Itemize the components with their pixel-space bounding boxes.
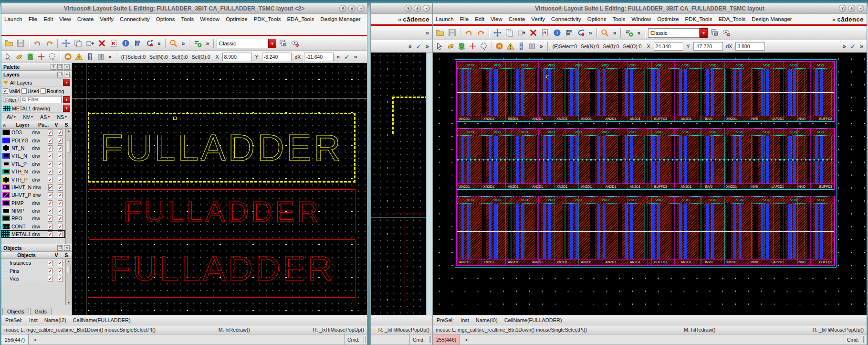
menu-item[interactable]: PDK_Tools bbox=[254, 16, 281, 22]
menu-item[interactable]: Optimize bbox=[657, 16, 679, 22]
close-icon[interactable]: × bbox=[64, 72, 70, 77]
close-icon[interactable]: × bbox=[357, 5, 365, 12]
rotate-icon[interactable] bbox=[575, 28, 586, 38]
right-titlebar[interactable]: Virtuoso® Layout Suite L Editing: FULLAD… bbox=[433, 3, 867, 14]
menu-item[interactable]: Verify bbox=[531, 16, 545, 22]
warning-icon[interactable] bbox=[505, 42, 515, 51]
columns-icon[interactable] bbox=[527, 42, 537, 51]
chevron-down-icon[interactable]: ▾ bbox=[31, 115, 33, 119]
filter-searchbox[interactable] bbox=[20, 96, 62, 103]
open-icon[interactable] bbox=[435, 28, 445, 38]
float-icon[interactable]: ❐ bbox=[57, 72, 63, 77]
selected-label-bbox[interactable]: FULLADDER bbox=[88, 113, 356, 183]
selectable-checkbox-icon[interactable]: ✔ bbox=[58, 260, 63, 266]
overflow-chevron-icon[interactable]: » bbox=[353, 54, 359, 60]
palette-tab[interactable]: Objects bbox=[2, 308, 29, 315]
save-workspace-icon[interactable] bbox=[278, 38, 288, 49]
selectable-checkbox-icon[interactable]: ✔ bbox=[58, 216, 63, 222]
palette-tab[interactable]: Grids bbox=[30, 308, 52, 315]
close-icon[interactable]: × bbox=[64, 245, 70, 251]
ruler-icon[interactable] bbox=[85, 52, 94, 62]
ruler-icon[interactable] bbox=[516, 42, 526, 51]
menu-item[interactable]: Connectivity bbox=[551, 16, 581, 22]
apply-check-icon[interactable]: ✓ bbox=[343, 53, 351, 61]
selectable-checkbox-icon[interactable]: ✔ bbox=[58, 184, 63, 191]
layout-canvas-left[interactable]: FULLADDER FULLADDER FULLADDER bbox=[72, 63, 367, 315]
hide-toolbars-icon[interactable] bbox=[290, 38, 300, 49]
stop-icon[interactable] bbox=[494, 42, 504, 51]
info-icon[interactable] bbox=[120, 38, 131, 49]
chevron-down-icon[interactable]: ▾ bbox=[268, 39, 276, 48]
menu-item[interactable]: Connectivity bbox=[120, 16, 150, 22]
menu-item[interactable]: Tools bbox=[612, 16, 625, 22]
menu-item[interactable]: Edit bbox=[43, 16, 53, 22]
menu-item[interactable]: EDA_Tools bbox=[287, 16, 314, 22]
validity-check[interactable]: Used bbox=[21, 88, 40, 94]
chevron-down-icon[interactable]: ▾ bbox=[65, 115, 67, 119]
maximize-icon[interactable]: ∧ bbox=[848, 5, 855, 12]
menu-item[interactable]: PDK_Tools bbox=[685, 16, 712, 22]
partial-select-icon[interactable] bbox=[446, 42, 455, 51]
menu-item[interactable]: Options bbox=[587, 16, 607, 22]
properties-icon[interactable] bbox=[108, 38, 119, 49]
resize-grip[interactable] bbox=[364, 336, 366, 343]
layer-row[interactable]: OD3 drw ✔ ✔ bbox=[1, 129, 65, 136]
command-prompt[interactable]: > bbox=[460, 337, 472, 343]
selectable-checkbox-icon[interactable]: ✔ bbox=[58, 138, 63, 144]
overflow-chevron-icon[interactable]: » bbox=[424, 30, 430, 36]
menu-item[interactable]: File bbox=[29, 16, 38, 22]
selectable-checkbox-icon[interactable]: ✔ bbox=[58, 129, 63, 136]
menu-item[interactable]: Verify bbox=[100, 16, 114, 22]
selectable-checkbox-icon[interactable]: ✔ bbox=[58, 200, 63, 206]
help-icon[interactable]: ? bbox=[51, 64, 56, 70]
menu-item[interactable]: Optimize bbox=[226, 16, 247, 22]
layer-row[interactable]: VTH_P drw ✔ ✔ bbox=[1, 175, 65, 183]
visible-checkbox-icon[interactable]: ✔ bbox=[48, 169, 52, 175]
menu-item[interactable]: View bbox=[491, 16, 502, 22]
object-row[interactable]: ···· Vias ✔ ✔ bbox=[1, 275, 65, 282]
undo-icon[interactable] bbox=[463, 28, 474, 38]
partial-select-icon[interactable] bbox=[14, 52, 24, 62]
apply-check-icon[interactable]: ✓ bbox=[415, 43, 423, 50]
col-visible[interactable]: V bbox=[52, 122, 61, 128]
save-icon[interactable] bbox=[15, 38, 26, 49]
layer-row[interactable]: UHVT_P drw ✔ ✔ bbox=[1, 191, 65, 199]
selectable-checkbox-icon[interactable]: ✔ bbox=[58, 268, 63, 274]
minimize-icon[interactable]: ∨ bbox=[405, 5, 412, 12]
stretch-icon[interactable] bbox=[516, 28, 526, 38]
overflow-chevron-icon[interactable]: » bbox=[841, 43, 847, 50]
checkbox-icon[interactable] bbox=[41, 88, 46, 94]
menu-item[interactable]: Window bbox=[631, 16, 651, 22]
float-icon[interactable]: ❐ bbox=[57, 245, 63, 251]
menu-item[interactable]: EDA_Tools bbox=[718, 16, 745, 22]
properties-icon[interactable] bbox=[540, 28, 550, 38]
visible-checkbox-icon[interactable]: ✔ bbox=[48, 177, 52, 183]
selectable-checkbox-icon[interactable]: ✔ bbox=[58, 153, 63, 159]
layer-row[interactable]: NIMP drw ✔ ✔ bbox=[1, 207, 65, 215]
label-prboundary[interactable]: FULLADDER bbox=[89, 239, 356, 298]
layer-filter-combo[interactable]: All Layers ▾ bbox=[1, 78, 72, 87]
create-pin-icon[interactable] bbox=[36, 52, 46, 62]
overflow-chevron-icon[interactable]: » bbox=[335, 54, 341, 60]
connectivity-icon[interactable] bbox=[624, 28, 634, 38]
label-text[interactable]: FULLADDER bbox=[109, 249, 335, 288]
overflow-chevron-icon[interactable]: » bbox=[424, 43, 430, 50]
selectable-checkbox-icon[interactable]: ✔ bbox=[58, 224, 63, 230]
visible-checkbox-icon[interactable]: ✔ bbox=[48, 129, 52, 136]
minimize-icon[interactable]: ∨ bbox=[339, 5, 346, 12]
visible-checkbox-icon[interactable]: ✔ bbox=[48, 276, 52, 282]
visibility-control[interactable]: AS ▾ bbox=[37, 114, 53, 120]
layer-table-header[interactable]: ∧ Layer Pu... V S bbox=[1, 121, 72, 129]
selectable-checkbox-icon[interactable]: ✔ bbox=[58, 208, 63, 214]
rotate-icon[interactable] bbox=[144, 38, 155, 49]
checkbox-icon[interactable] bbox=[21, 88, 27, 94]
sort-icon[interactable]: ∧ bbox=[2, 122, 7, 128]
select-cursor-icon[interactable] bbox=[435, 42, 444, 51]
menu-item[interactable]: Design Manager bbox=[320, 16, 360, 22]
visibility-control[interactable]: AV ▾ bbox=[3, 114, 20, 120]
chevron-down-icon[interactable]: ▾ bbox=[63, 105, 70, 112]
palette-header[interactable]: Palette ? ❐ × bbox=[1, 63, 72, 71]
layers-header[interactable]: Layers ❐ × bbox=[1, 71, 72, 78]
label-text[interactable]: FULLADDER bbox=[124, 194, 321, 228]
visible-checkbox-icon[interactable]: ✔ bbox=[48, 184, 53, 191]
